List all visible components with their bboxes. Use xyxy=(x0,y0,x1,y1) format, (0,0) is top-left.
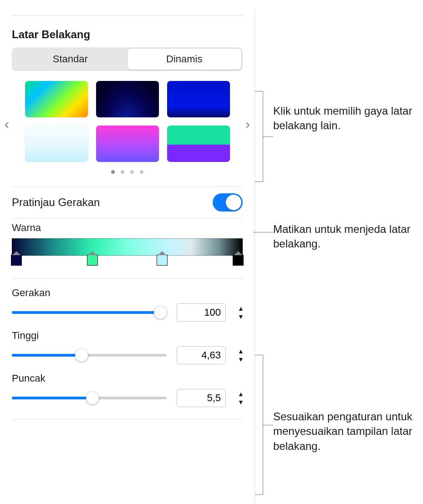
annotation-layer: Klik untuk memilih gaya latar belakang l… xyxy=(255,9,419,504)
page-dot[interactable] xyxy=(121,170,124,174)
motion-preview-toggle[interactable] xyxy=(213,193,243,212)
chevron-right-icon[interactable]: › xyxy=(244,115,252,134)
background-style-picker: ‹ › xyxy=(12,81,243,174)
tinggi-row: Tinggi ▲ ▼ xyxy=(12,330,243,364)
tinggi-slider[interactable] xyxy=(12,354,167,357)
gradient-stop[interactable] xyxy=(233,255,244,266)
callout-pause: Matikan untuk menjeda latar belakang. xyxy=(255,222,419,252)
background-settings-panel: Latar Belakang Standar Dinamis ‹ › Prati… xyxy=(0,9,255,504)
background-thumbnail[interactable] xyxy=(96,126,159,162)
gradient-stop[interactable] xyxy=(11,255,22,266)
stepper-up-icon[interactable]: ▲ xyxy=(236,304,246,312)
background-thumbnail[interactable] xyxy=(96,81,159,117)
stepper-up-icon[interactable]: ▲ xyxy=(236,390,246,398)
tinggi-input[interactable] xyxy=(177,346,226,364)
callout-adjust: Sesuaikan pengaturan untuk menyesuaikan … xyxy=(255,409,419,454)
chevron-left-icon[interactable]: ‹ xyxy=(3,115,11,134)
page-dot[interactable] xyxy=(111,170,115,174)
puncak-input[interactable] xyxy=(177,389,226,407)
segment-standard[interactable]: Standar xyxy=(13,49,127,70)
gerakan-stepper: ▲ ▼ xyxy=(236,303,246,322)
page-dot[interactable] xyxy=(140,170,143,174)
background-thumbnail[interactable] xyxy=(25,126,88,162)
background-thumbnail[interactable] xyxy=(25,81,88,117)
tinggi-stepper: ▲ ▼ xyxy=(236,346,246,364)
puncak-label: Puncak xyxy=(12,373,243,384)
background-thumbnail[interactable] xyxy=(167,81,230,117)
gradient-stop[interactable] xyxy=(87,255,98,266)
gerakan-input[interactable] xyxy=(177,303,226,322)
gerakan-row: Gerakan ▲ ▼ xyxy=(12,287,243,322)
puncak-row: Puncak ▲ ▼ xyxy=(12,373,243,407)
puncak-stepper: ▲ ▼ xyxy=(236,389,246,407)
stepper-down-icon[interactable]: ▼ xyxy=(236,355,246,363)
slider-knob[interactable] xyxy=(154,306,167,319)
slider-knob[interactable] xyxy=(75,349,88,362)
motion-preview-label: Pratinjau Gerakan xyxy=(12,196,100,209)
stepper-up-icon[interactable]: ▲ xyxy=(236,347,246,355)
segment-dynamic[interactable]: Dinamis xyxy=(127,49,242,70)
slider-knob[interactable] xyxy=(86,392,99,404)
gradient-stops xyxy=(12,255,243,270)
color-section: Warna xyxy=(12,222,243,270)
color-label: Warna xyxy=(12,222,243,234)
section-title-background: Latar Belakang xyxy=(12,28,243,41)
tinggi-label: Tinggi xyxy=(12,330,243,342)
gerakan-slider[interactable] xyxy=(12,311,167,314)
stepper-down-icon[interactable]: ▼ xyxy=(236,312,246,321)
stepper-down-icon[interactable]: ▼ xyxy=(236,398,246,406)
color-gradient-bar[interactable] xyxy=(12,238,243,256)
puncak-slider[interactable] xyxy=(12,397,167,399)
background-thumbnail[interactable] xyxy=(167,126,230,162)
page-dots xyxy=(12,170,243,174)
page-dot[interactable] xyxy=(130,170,134,174)
gerakan-label: Gerakan xyxy=(12,287,243,299)
motion-preview-row: Pratinjau Gerakan xyxy=(12,187,243,218)
background-type-segmented: Standar Dinamis xyxy=(12,47,243,71)
gradient-stop[interactable] xyxy=(157,255,168,266)
callout-styles: Klik untuk memilih gaya latar belakang l… xyxy=(255,104,419,133)
